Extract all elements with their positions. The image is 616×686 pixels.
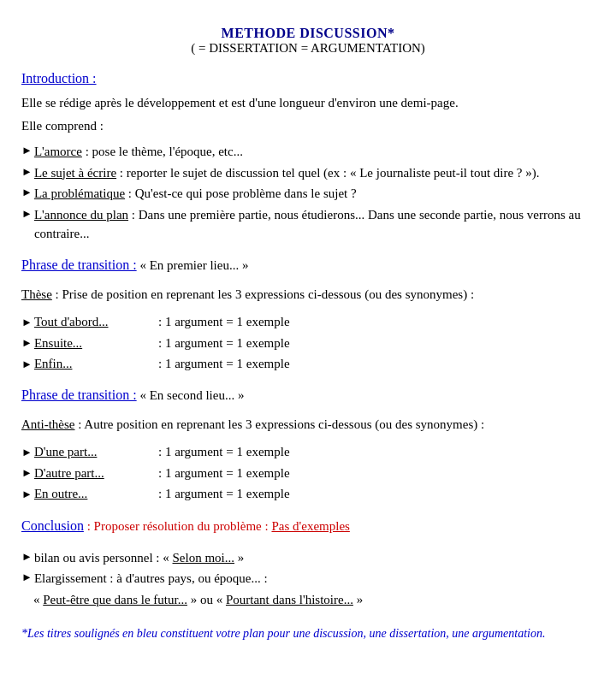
these-arg-2: ► Ensuite... : 1 argument = 1 exemple (21, 334, 595, 353)
these-arg-3: ► Enfin... : 1 argument = 1 exemple (21, 354, 595, 374)
antithese-arrow-2: ► (21, 464, 33, 482)
antithese-arg-3-right: : 1 argument = 1 exemple (158, 484, 595, 504)
transition1-label: Phrase de transition : (21, 257, 137, 272)
intro-bullet-1-underline: L'amorce (34, 145, 82, 158)
antithese-arg-2-underline: D'autre part... (34, 464, 104, 483)
intro-bullet-4: ► L'annonce du plan : Dans une première … (21, 205, 595, 244)
antithese-arguments: ► D'une part... : 1 argument = 1 exemple… (21, 442, 595, 504)
intro-bullet-3: ► La problématique : Qu'est-ce qui pose … (21, 184, 595, 204)
antithese-arg-1: ► D'une part... : 1 argument = 1 exemple (21, 442, 595, 462)
antithese-label: Anti-thèse (21, 417, 74, 431)
antithese-arg-1-underline: D'une part... (34, 442, 98, 462)
intro-bullet-4-underline: L'annonce du plan (34, 208, 128, 222)
conclusion-pourtant: Pourtant dans l'histoire... (226, 593, 353, 606)
intro-bullet-1: ► L'amorce : pose le thème, l'époque, et… (21, 142, 595, 162)
transition1-section: Phrase de transition : « En premier lieu… (21, 257, 595, 273)
these-arg-1-left: ► Tout d'abord... (21, 312, 158, 332)
antithese-arg-1-left: ► D'une part... (21, 442, 158, 462)
antithese-arg-2: ► D'autre part... : 1 argument = 1 exemp… (21, 464, 595, 483)
header: METHODE DISCUSSION* ( = DISSERTATION = A… (21, 26, 595, 56)
conclusion-quote-line: « Peut-être que dans le futur... » ou « … (33, 590, 595, 610)
these-arg-1-right: : 1 argument = 1 exemple (158, 312, 595, 332)
conclusion-label: Conclusion (21, 518, 84, 533)
introduction-title: Introduction : (21, 71, 97, 86)
introduction-line1: Elle se rédige après le développement et… (21, 93, 595, 113)
conclusion-bullet-2: ► Elargissement : à d'autres pays, ou ép… (21, 569, 595, 588)
introduction-line2: Elle comprend : (21, 116, 595, 136)
bullet-arrow-1: ► (21, 142, 33, 159)
these-arg-1-underline: Tout d'abord... (34, 312, 109, 332)
bullet-arrow-3: ► (21, 184, 33, 201)
these-arrow-2: ► (21, 334, 33, 352)
these-arg-2-left: ► Ensuite... (21, 334, 158, 353)
bullet-arrow-2: ► (21, 163, 33, 180)
these-arg-2-right: : 1 argument = 1 exemple (158, 334, 595, 353)
antithese-text: : Autre position en reprenant les 3 expr… (74, 417, 484, 431)
these-arguments: ► Tout d'abord... : 1 argument = 1 exemp… (21, 312, 595, 374)
conclusion-colored-text: : Proposer résolution du problème : (84, 519, 272, 533)
conclusion-peut-etre: Peut-être que dans le futur... (43, 593, 187, 606)
conclusion-selon-moi: Selon moi... (173, 551, 235, 565)
conclusion-title-line: Conclusion : Proposer résolution du prob… (21, 516, 595, 536)
these-arg-3-right: : 1 argument = 1 exemple (158, 354, 595, 374)
footnote: *Les titres soulignés en bleu constituen… (21, 624, 595, 642)
these-arrow-1: ► (21, 314, 33, 331)
header-title: METHODE DISCUSSION* (21, 26, 595, 41)
antithese-section: Anti-thèse : Autre position en reprenant… (21, 415, 595, 504)
introduction-section: Introduction : Elle se rédige après le d… (21, 71, 595, 244)
antithese-arg-2-left: ► D'autre part... (21, 464, 158, 483)
these-line: Thèse : Prise de position en reprenant l… (21, 285, 595, 305)
transition2-label: Phrase de transition : (21, 387, 137, 402)
antithese-arg-3-left: ► En outre... (21, 484, 158, 504)
these-section: Thèse : Prise de position en reprenant l… (21, 285, 595, 374)
intro-bullet-3-text: La problématique : Qu'est-ce qui pose pr… (34, 184, 357, 204)
intro-bullet-2-text: Le sujet à écrire : reporter le sujet de… (34, 163, 540, 183)
conclusion-bullet-1: ► bilan ou avis personnel : « Selon moi.… (21, 548, 595, 568)
conclusion-arrow-2: ► (21, 569, 33, 586)
transition2-text: « En second lieu... » (137, 388, 245, 402)
antithese-arg-3-underline: En outre... (34, 484, 87, 504)
conclusion-arrow-1: ► (21, 548, 33, 565)
conclusion-bullet-1-text: bilan ou avis personnel : « Selon moi...… (34, 548, 244, 568)
conclusion-no-examples: Pas d'exemples (271, 519, 349, 533)
bullet-arrow-4: ► (21, 205, 33, 222)
header-subtitle: ( = DISSERTATION = ARGUMENTATION) (21, 41, 595, 56)
conclusion-bullet-2-text: Elargissement : à d'autres pays, ou époq… (34, 569, 268, 588)
intro-bullet-2: ► Le sujet à écrire : reporter le sujet … (21, 163, 595, 183)
these-text: : Prise de position en reprenant les 3 e… (52, 287, 474, 301)
conclusion-section: Conclusion : Proposer résolution du prob… (21, 516, 595, 610)
these-arrow-3: ► (21, 356, 33, 373)
transition2-section: Phrase de transition : « En second lieu.… (21, 387, 595, 403)
antithese-arrow-1: ► (21, 444, 33, 461)
these-label: Thèse (21, 287, 52, 301)
antithese-arrow-3: ► (21, 486, 33, 503)
intro-bullet-4-text: L'annonce du plan : Dans une première pa… (34, 205, 595, 244)
these-arg-2-underline: Ensuite... (34, 334, 82, 353)
antithese-arg-3: ► En outre... : 1 argument = 1 exemple (21, 484, 595, 504)
these-arg-3-underline: Enfin... (34, 354, 73, 374)
antithese-line: Anti-thèse : Autre position en reprenant… (21, 415, 595, 435)
antithese-arg-1-right: : 1 argument = 1 exemple (158, 442, 595, 462)
these-arg-3-left: ► Enfin... (21, 354, 158, 374)
transition1-text: « En premier lieu... » (137, 258, 249, 272)
antithese-arg-2-right: : 1 argument = 1 exemple (158, 464, 595, 483)
intro-bullet-2-underline: Le sujet à écrire (34, 166, 116, 180)
intro-bullet-3-underline: La problématique (34, 186, 125, 200)
these-arg-1: ► Tout d'abord... : 1 argument = 1 exemp… (21, 312, 595, 332)
intro-bullet-1-text: L'amorce : pose le thème, l'époque, etc.… (34, 142, 243, 162)
